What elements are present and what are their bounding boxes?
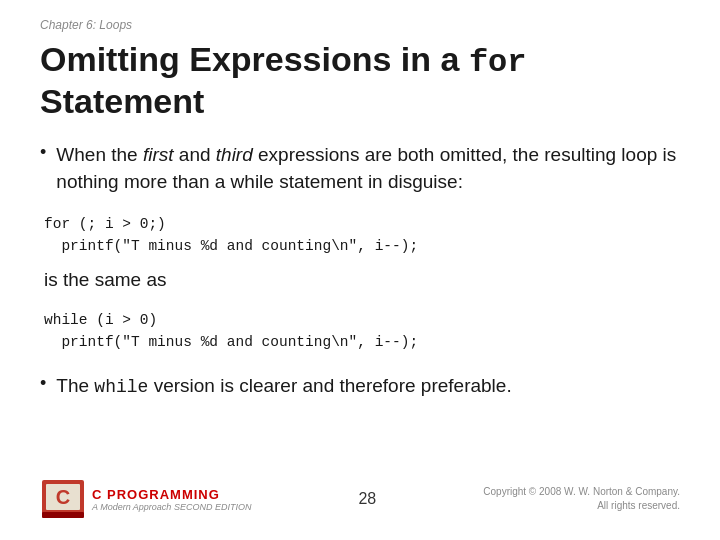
copyright-text: Copyright © 2008 W. W. Norton & Company.… bbox=[483, 485, 680, 513]
bullet-text-1: When the first and third expressions are… bbox=[56, 141, 680, 196]
code-line-2-2: printf("T minus %d and counting\n", i--)… bbox=[44, 332, 680, 354]
bullet-marker-2: • bbox=[40, 373, 46, 394]
logo-text-block: C PROGRAMMING A Modern Approach SECOND E… bbox=[92, 487, 251, 512]
footer-logo: C C PROGRAMMING A Modern Approach SECOND… bbox=[40, 476, 251, 522]
slide: Chapter 6: Loops Omitting Expressions in… bbox=[0, 0, 720, 540]
italic-first: first bbox=[143, 144, 174, 165]
while-mono: while bbox=[94, 377, 148, 397]
logo-main-text: C PROGRAMMING bbox=[92, 487, 251, 502]
svg-rect-3 bbox=[42, 512, 84, 518]
same-as-label: is the same as bbox=[44, 267, 680, 294]
code-block-1: for (; i > 0;) printf("T minus %d and co… bbox=[40, 214, 680, 258]
title-suffix: Statement bbox=[40, 82, 204, 120]
chapter-label: Chapter 6: Loops bbox=[40, 18, 680, 32]
code-line-1-1: for (; i > 0;) bbox=[44, 214, 680, 236]
content-area: • When the first and third expressions a… bbox=[40, 141, 680, 468]
bullet-item-1: • When the first and third expressions a… bbox=[40, 141, 680, 196]
svg-text:C: C bbox=[56, 486, 70, 508]
bullet-item-2: • The while version is clearer and there… bbox=[40, 372, 680, 400]
code-block-2: while (i > 0) printf("T minus %d and cou… bbox=[40, 310, 680, 354]
italic-third: third bbox=[216, 144, 253, 165]
title-mono: for bbox=[469, 44, 527, 81]
slide-title: Omitting Expressions in a for Statement bbox=[40, 40, 680, 121]
code-line-1-2: printf("T minus %d and counting\n", i--)… bbox=[44, 236, 680, 258]
logo-sub-text: A Modern Approach SECOND EDITION bbox=[92, 502, 251, 512]
logo-icon: C bbox=[40, 476, 86, 522]
title-prefix: Omitting Expressions in a bbox=[40, 40, 469, 78]
code-line-2-1: while (i > 0) bbox=[44, 310, 680, 332]
page-number: 28 bbox=[358, 490, 376, 508]
bullet-marker-1: • bbox=[40, 142, 46, 163]
bullet-text-2: The while version is clearer and therefo… bbox=[56, 372, 511, 400]
footer: C C PROGRAMMING A Modern Approach SECOND… bbox=[40, 468, 680, 522]
